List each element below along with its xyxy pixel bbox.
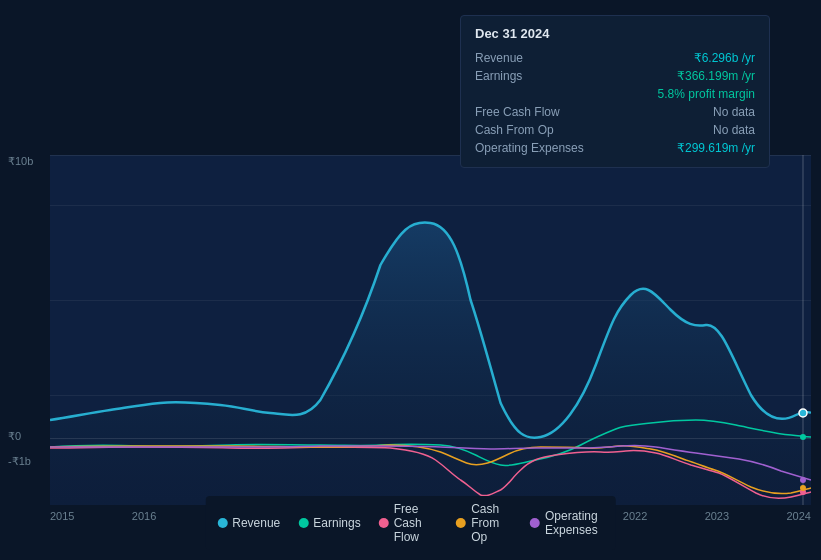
tooltip-value-earnings: ₹366.199m /yr [677,69,755,83]
x-label-2015: 2015 [50,510,74,522]
legend-cashop[interactable]: Cash From Op [456,502,512,544]
chart-container: ₹10b ₹0 -₹1b Dec 31 2024 [0,0,821,560]
legend-label-fcf: Free Cash Flow [394,502,438,544]
x-label-2023: 2023 [705,510,729,522]
legend-label-earnings: Earnings [313,516,360,530]
legend-label-cashop: Cash From Op [471,502,512,544]
legend-dot-cashop [456,518,466,528]
tooltip-value-opex: ₹299.619m /yr [677,141,755,155]
legend-dot-revenue [217,518,227,528]
legend-opex[interactable]: Operating Expenses [530,509,604,537]
tooltip-label-earnings: Earnings [475,69,595,83]
svg-point-4 [800,485,806,491]
x-label-2022: 2022 [623,510,647,522]
tooltip-row-fcf: Free Cash Flow No data [475,103,755,121]
legend-label-opex: Operating Expenses [545,509,604,537]
legend-dot-fcf [379,518,389,528]
tooltip-row-cashop: Cash From Op No data [475,121,755,139]
chart-svg [50,155,811,505]
tooltip-label-opex: Operating Expenses [475,141,595,155]
svg-point-5 [800,477,806,483]
x-label-2024: 2024 [786,510,810,522]
svg-point-2 [800,434,806,440]
legend-dot-earnings [298,518,308,528]
tooltip-row-opex: Operating Expenses ₹299.619m /yr [475,139,755,157]
tooltip-value-cashop: No data [713,123,755,137]
tooltip-date: Dec 31 2024 [475,26,755,41]
tooltip-profit-margin: 5.8% profit margin [658,87,755,101]
chart-legend: Revenue Earnings Free Cash Flow Cash Fro… [205,496,616,550]
legend-fcf[interactable]: Free Cash Flow [379,502,438,544]
y-label-neg: -₹1b [8,455,31,468]
x-label-2016: 2016 [132,510,156,522]
y-label-top: ₹10b [8,155,33,168]
y-label-zero: ₹0 [8,430,21,443]
legend-earnings[interactable]: Earnings [298,516,360,530]
legend-label-revenue: Revenue [232,516,280,530]
tooltip-row-earnings: Earnings ₹366.199m /yr [475,67,755,85]
tooltip-value-revenue: ₹6.296b /yr [694,51,755,65]
legend-revenue[interactable]: Revenue [217,516,280,530]
svg-point-1 [799,409,807,417]
tooltip-label-revenue: Revenue [475,51,595,65]
tooltip-row-revenue: Revenue ₹6.296b /yr [475,49,755,67]
tooltip-row-earnings-sub: 5.8% profit margin [475,85,755,103]
tooltip-label-cashop: Cash From Op [475,123,595,137]
tooltip-panel: Dec 31 2024 Revenue ₹6.296b /yr Earnings… [460,15,770,168]
tooltip-label-fcf: Free Cash Flow [475,105,595,119]
tooltip-value-fcf: No data [713,105,755,119]
legend-dot-opex [530,518,540,528]
